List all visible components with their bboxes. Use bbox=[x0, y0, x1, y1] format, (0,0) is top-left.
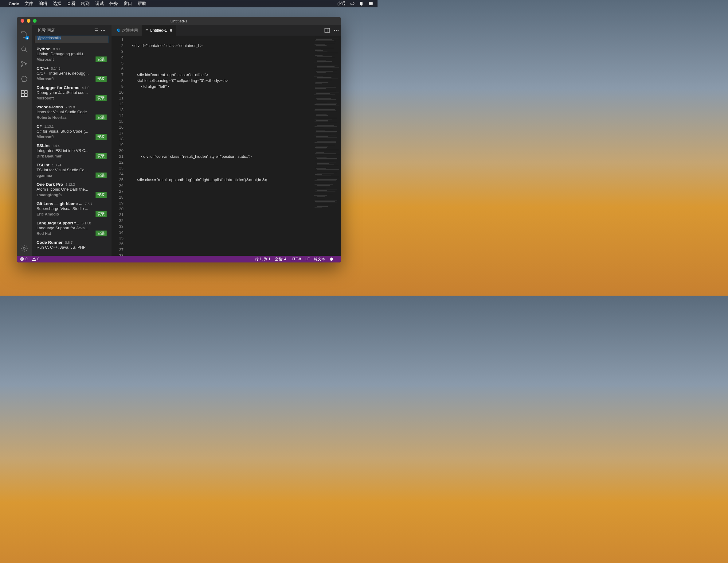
vscode-icon bbox=[115, 28, 120, 33]
svg-point-13 bbox=[103, 30, 104, 31]
svg-point-21 bbox=[330, 258, 333, 261]
close-window-button[interactable] bbox=[21, 19, 24, 23]
line-gutter[interactable]: 1234567891011121314151617181920212223242… bbox=[112, 36, 128, 256]
svg-rect-8 bbox=[25, 91, 27, 93]
split-editor-icon[interactable] bbox=[323, 25, 332, 36]
settings-gear-icon[interactable] bbox=[17, 241, 32, 256]
svg-rect-1 bbox=[370, 5, 371, 5]
svg-point-17 bbox=[334, 30, 335, 31]
extension-item[interactable]: vscode-icons7.19.0 Icons for Visual Stud… bbox=[32, 103, 112, 122]
ext-name: Code Runner bbox=[37, 240, 63, 245]
svg-point-2 bbox=[22, 47, 25, 51]
extension-item[interactable]: ESLint1.4.4 Integrates ESLint into VS C.… bbox=[32, 142, 112, 161]
svg-point-19 bbox=[338, 30, 339, 31]
editor-tabs: 欢迎使用 ≡ Untitled-1 bbox=[112, 25, 341, 36]
install-button[interactable]: 安装 bbox=[96, 192, 107, 198]
extension-item[interactable]: TSLint1.0.24 TSLint for Visual Studio Co… bbox=[32, 161, 112, 180]
extension-item[interactable]: One Dark Pro2.12.2 Atom's iconic One Dar… bbox=[32, 180, 112, 200]
filter-icon[interactable] bbox=[93, 27, 100, 34]
minimap[interactable] bbox=[312, 36, 341, 256]
extension-item[interactable]: Language Support f...0.17.0 Language Sup… bbox=[32, 219, 112, 238]
install-button[interactable]: 安装 bbox=[96, 153, 107, 159]
status-ln-col[interactable]: 行 1, 列 1 bbox=[255, 257, 271, 262]
menu-edit[interactable]: 编辑 bbox=[39, 1, 47, 6]
menu-file[interactable]: 文件 bbox=[25, 1, 33, 6]
extension-item[interactable]: C/C++0.14.6 C/C++ IntelliSense, debugg..… bbox=[32, 64, 112, 84]
extension-item[interactable]: Git Lens — git blame ...7.5.7 Supercharg… bbox=[32, 200, 112, 219]
scm-icon[interactable] bbox=[17, 57, 32, 72]
extensions-search-input[interactable]: @sort:installs bbox=[35, 36, 108, 43]
status-eol[interactable]: LF bbox=[305, 257, 310, 261]
code-editor[interactable]: <div id="container" class="container_l">… bbox=[128, 36, 312, 256]
ext-author: Red Hat bbox=[37, 232, 51, 236]
ext-name: C/C++ bbox=[37, 66, 49, 71]
tab-welcome[interactable]: 欢迎使用 bbox=[112, 25, 142, 36]
extension-item[interactable]: C#1.13.1 C# for Visual Studio Code (... … bbox=[32, 122, 112, 142]
extension-item[interactable]: Python0.9.1 Linting, Debugging (multi-t.… bbox=[32, 45, 112, 64]
ext-version: 7.19.0 bbox=[65, 105, 75, 109]
install-button[interactable]: 安装 bbox=[96, 231, 107, 237]
status-warnings[interactable]: 0 bbox=[32, 257, 40, 261]
ext-name: Language Support f... bbox=[37, 221, 79, 225]
menu-window[interactable]: 窗口 bbox=[123, 1, 132, 6]
install-button[interactable]: 安装 bbox=[96, 95, 107, 101]
editor-group: 欢迎使用 ≡ Untitled-1 1234567891011121314151… bbox=[112, 25, 341, 256]
debug-icon[interactable] bbox=[17, 72, 32, 86]
ext-description: Debug your JavaScript cod... bbox=[37, 90, 107, 95]
extension-item[interactable]: Code Runner0.8.7 Run C, C++, Java, JS, P… bbox=[32, 238, 112, 252]
install-button[interactable]: 安装 bbox=[96, 134, 107, 140]
ext-description: Linting, Debugging (multi-t... bbox=[37, 52, 107, 56]
ext-description: Supercharge Visual Studio ... bbox=[37, 206, 107, 211]
status-errors[interactable]: 0 bbox=[20, 257, 28, 261]
maximize-window-button[interactable] bbox=[33, 19, 37, 23]
status-encoding[interactable]: UTF-8 bbox=[291, 257, 301, 261]
ext-name: Debugger for Chrome bbox=[37, 85, 80, 90]
install-button[interactable]: 安装 bbox=[96, 76, 107, 82]
ext-description: C/C++ IntelliSense, debugg... bbox=[37, 71, 107, 76]
status-lang[interactable]: 纯文本 bbox=[314, 257, 325, 262]
install-button[interactable]: 安装 bbox=[96, 173, 107, 178]
svg-rect-0 bbox=[369, 2, 373, 5]
tab-untitled[interactable]: ≡ Untitled-1 bbox=[142, 25, 176, 36]
ext-version: 2.12.2 bbox=[65, 183, 75, 186]
unsaved-dot-icon bbox=[170, 29, 172, 32]
ext-version: 4.1.0 bbox=[82, 86, 89, 90]
minimize-window-button[interactable] bbox=[27, 19, 30, 23]
menubar-user[interactable]: 小通 bbox=[337, 1, 346, 6]
ext-name: Python bbox=[37, 47, 51, 51]
search-icon[interactable] bbox=[17, 42, 32, 57]
creative-cloud-icon[interactable] bbox=[350, 1, 355, 6]
install-button[interactable]: 安装 bbox=[96, 57, 107, 62]
extensions-list[interactable]: Python0.9.1 Linting, Debugging (multi-t.… bbox=[32, 45, 112, 256]
feedback-smiley-icon[interactable] bbox=[329, 257, 334, 261]
menu-app[interactable]: Code bbox=[9, 2, 19, 6]
menu-select[interactable]: 选择 bbox=[53, 1, 61, 6]
ext-name: C# bbox=[37, 124, 42, 129]
menu-help[interactable]: 帮助 bbox=[138, 1, 146, 6]
ext-name: vscode-icons bbox=[37, 105, 63, 109]
ext-version: 7.5.7 bbox=[85, 202, 92, 206]
evernote-icon[interactable] bbox=[359, 1, 364, 6]
display-icon[interactable] bbox=[368, 1, 373, 6]
install-button[interactable]: 安装 bbox=[96, 115, 107, 120]
status-bar: 0 0 行 1, 列 1 空格: 4 UTF-8 LF 纯文本 bbox=[17, 256, 341, 263]
ext-description: Atom's iconic One Dark the... bbox=[37, 187, 107, 192]
activity-bar: 1 bbox=[17, 25, 32, 256]
more-icon[interactable] bbox=[100, 27, 107, 34]
ext-version: 0.14.6 bbox=[51, 67, 61, 70]
ext-name: One Dark Pro bbox=[37, 182, 63, 187]
status-spaces[interactable]: 空格: 4 bbox=[275, 257, 286, 262]
explorer-icon[interactable]: 1 bbox=[17, 27, 32, 42]
extension-item[interactable]: Debugger for Chrome4.1.0 Debug your Java… bbox=[32, 84, 112, 103]
menu-go[interactable]: 转到 bbox=[81, 1, 90, 6]
ext-author: Microsoft bbox=[37, 135, 54, 139]
menu-tasks[interactable]: 任务 bbox=[109, 1, 118, 6]
install-button[interactable]: 安装 bbox=[96, 211, 107, 217]
extensions-icon[interactable] bbox=[17, 86, 32, 101]
ext-description: C# for Visual Studio Code (... bbox=[37, 129, 107, 134]
editor-more-icon[interactable] bbox=[332, 25, 341, 36]
svg-point-18 bbox=[336, 30, 337, 31]
svg-point-6 bbox=[22, 76, 27, 81]
menu-view[interactable]: 查看 bbox=[67, 1, 76, 6]
menu-debug[interactable]: 调试 bbox=[95, 1, 104, 6]
